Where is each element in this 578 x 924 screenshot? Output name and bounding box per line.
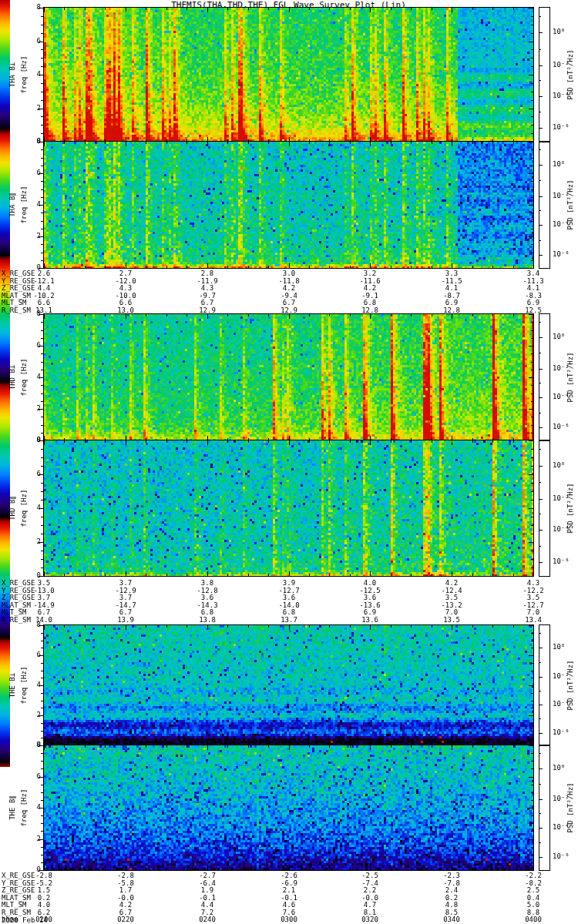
spectrogram-5 <box>44 625 533 745</box>
panel-the-b∥-ytick-r <box>531 847 533 848</box>
panel-the-b⊥-xtick-top <box>472 625 473 628</box>
panel-tha-b∥-xtick-bot <box>309 266 310 268</box>
panel-the-b⊥-ytick <box>41 701 44 701</box>
panel-tha-b⊥-ytick-r <box>531 25 533 25</box>
panel-thd-b∥-ytick-r <box>531 466 533 467</box>
panel-the-b∥-ytick <box>41 792 44 793</box>
panel-thd-b∥-xtick-top <box>187 440 187 443</box>
panel-tha-b⊥-ytick <box>41 66 44 67</box>
panel-thd-b⊥-xtick-top <box>44 314 45 319</box>
ephemeris-value: 3.2 <box>339 270 401 277</box>
panel-thd-b∥-xtick-bot <box>227 574 228 576</box>
panel-the-b⊥-xtick-top <box>227 625 228 628</box>
panel-tha-b∥-xtick-bot <box>350 266 351 268</box>
panel-tha-b⊥-ytick <box>41 125 44 126</box>
ephemeris-value: 6.7 <box>258 300 320 306</box>
panel-tha-b⊥-ytick <box>41 58 44 59</box>
panel-thd-b⊥-ytick <box>41 338 44 339</box>
panel-tha-b∥-xtick-bot <box>268 266 269 268</box>
panel-thd-b⊥-xtick-top <box>492 314 493 316</box>
colorbar-minor-tick <box>539 353 541 353</box>
ephemeris-value: 6.8 <box>339 300 401 306</box>
panel-the-b⊥-xtick-top <box>350 625 351 628</box>
panel-thd-b∥-xtick-bot <box>126 571 126 576</box>
panel-thd-b∥-xtick-bot <box>105 574 106 576</box>
panel-tha-b∥-xtick-bot <box>227 266 228 268</box>
ephemeris-value: 6.6 <box>95 300 156 306</box>
panel-tha-b∥-xtick-bot <box>64 266 65 268</box>
panel-the-b∥-xtick-bot <box>432 868 432 870</box>
ephemeris-value: 6.8 <box>258 609 320 616</box>
panel-the-b⊥-xtick-top <box>44 625 45 630</box>
panel-tha-b⊥-xtick-top <box>166 8 167 10</box>
ephemeris-value: 3.5 <box>421 594 482 601</box>
panel-tha-b∥-xtick-bot <box>126 263 126 268</box>
panel-tha-b⊥-ytick <box>41 116 44 117</box>
panel-the-b∥-xtick-top <box>492 745 493 748</box>
ephemeris-value: 13.8 <box>176 617 238 624</box>
panel-thd-b∥-xtick-top <box>289 440 290 445</box>
panel-the-b∥-ytick-r <box>531 823 533 824</box>
ephemeris-value: 7.0 <box>421 609 482 616</box>
panel-tha-b⊥-ytick-r <box>531 16 533 17</box>
panel-thd-b∥-xtick-bot <box>268 574 269 576</box>
panel-the-b⊥-xtick-top <box>126 625 126 630</box>
panel-thd-b∥-ytick-r <box>531 559 533 560</box>
ephemeris-value: 13.6 <box>339 617 401 624</box>
panel-the-b⊥-xtick-top <box>85 625 86 628</box>
panel-thd-b∥-ytick-r <box>531 551 533 551</box>
panel-thd-b⊥-xtick-top <box>370 314 371 319</box>
panel-the-b∥-xtick-top <box>268 745 269 748</box>
panel-thd-b⊥-ytick-r <box>531 322 533 323</box>
colorbar-minor-tick <box>539 813 541 814</box>
panel-thd-b⊥-ytick <box>41 362 44 363</box>
panel-tha-b∥-xtick-top <box>166 142 167 144</box>
panel-tha-b⊥-xtick-top <box>126 8 126 12</box>
panel-thd-b⊥-xtick-top <box>309 314 310 316</box>
panel-the-b⊥-ytick-r <box>531 648 533 648</box>
panel-the-b∥-ytick <box>41 753 44 754</box>
colorbar-minor-tick <box>539 546 541 547</box>
panel-thd-b∥-ytick-r <box>531 483 533 484</box>
ephemeris-value: 3.6 <box>258 594 320 601</box>
panel-thd-b⊥-xtick-top <box>350 314 351 316</box>
panel-tha-b⊥-xtick-top <box>309 8 310 10</box>
panel-thd-b⊥-xtick-top <box>64 314 65 316</box>
panel-thd-b⊥-ytick <box>41 353 44 354</box>
panel-the-b∥-ytick <box>41 862 44 863</box>
ephemeris-value: -2.8 <box>95 872 156 879</box>
panel-the-b⊥-ytick-label: 6 <box>25 651 41 658</box>
panel-thd-b⊥-xtick-top <box>391 314 391 316</box>
panel-thd-b∥-ytick <box>41 551 44 551</box>
panel-the-b⊥-xtick-top <box>64 625 65 628</box>
panel-thd-b⊥-xtick-top <box>533 314 534 319</box>
panel-tha-b∥-ytick <box>41 166 44 166</box>
panel-tha-b∥-xtick-top <box>329 142 330 144</box>
panel-thd-b⊥-xtick-top <box>248 314 249 316</box>
panel-the-b∥-ytick <box>41 761 44 762</box>
panel-thd-b⊥-ytick <box>41 401 44 402</box>
panel-the-b⊥-xtick-top <box>268 625 269 628</box>
colorbar-minor-tick <box>539 413 541 413</box>
colorbar-tick <box>539 677 543 678</box>
ephemeris-value: -2.2 <box>502 872 564 879</box>
ephemeris-value: 3.5 <box>13 580 75 587</box>
time-tick-label: 0300 <box>258 916 320 923</box>
panel-tha-b∥-xtick-top <box>187 142 187 144</box>
panel-the-b∥-xtick-top <box>187 745 187 748</box>
ephemeris-value: 3.7 <box>13 594 75 601</box>
ephemeris-value: 13.9 <box>95 617 156 624</box>
ephemeris-value: 4.2 <box>95 902 156 909</box>
panel-tha-b⊥-xtick-top <box>472 8 473 10</box>
panel-tha-b⊥-xtick-top <box>248 8 249 10</box>
panel-thd-b∥-ytick-r <box>529 576 533 577</box>
panel-tha-b∥-xtick-top <box>533 142 534 146</box>
panel-tha-b⊥-ytick <box>41 16 44 17</box>
ephemeris-value: 6.9 <box>339 609 401 616</box>
panel-thd-b∥-xtick-bot <box>248 574 249 576</box>
panel-the-b⊥-xtick-top <box>411 625 412 628</box>
panel-the-b⊥-ytick <box>41 738 44 738</box>
panel-the-b∥-xtick-bot <box>64 868 65 870</box>
panel-tha-b∥-xtick-bot <box>85 266 86 268</box>
panel-thd-b⊥-xtick-top <box>432 314 432 316</box>
